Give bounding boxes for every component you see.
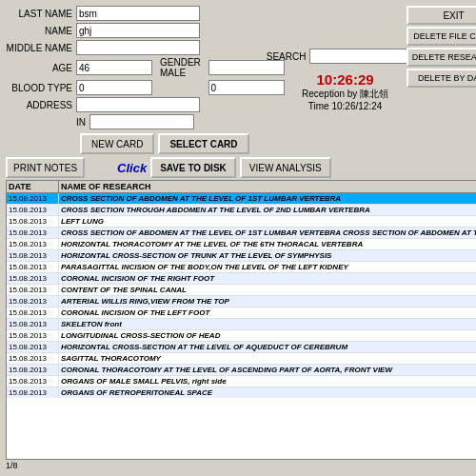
middle-name-row: MIDDLE NAME [6, 40, 285, 55]
table-row[interactable]: 15.08.2013ORGANS OF MALE SMALL PELVIS, r… [7, 376, 476, 387]
data-table: DATE NAME OF RESEARCH 15.08.2013CROSS SE… [6, 180, 476, 460]
table-row[interactable]: 15.08.2013CONTENT OF THE SPINAL CANAL [7, 285, 476, 296]
main-container: LAST NAME NAME MIDDLE NAME AGE GENDER MA… [0, 0, 476, 476]
cell-name: SKELETON front [59, 319, 476, 329]
time-display: 10:26:29 [317, 71, 374, 88]
view-analysis-button[interactable]: VIEW ANALYSIS [240, 157, 331, 178]
last-name-row: LAST NAME [6, 6, 285, 21]
last-name-label: LAST NAME [6, 9, 72, 19]
last-name-input[interactable] [76, 6, 200, 21]
table-row[interactable]: 15.08.2013CROSS SECTION OF ABDOMEN AT TH… [7, 193, 476, 205]
cell-name: ORGANS OF MALE SMALL PELVIS, right side [59, 376, 476, 387]
cell-date: 15.08.2013 [7, 273, 59, 284]
cell-name: CROSS SECTION THROUGH ABDOMEN AT THE LEV… [59, 205, 476, 215]
reception-text: Reception by 陳北領 [302, 88, 388, 101]
new-card-button[interactable]: NEW CARD [80, 133, 154, 154]
table-row[interactable]: 15.08.2013PARASAGITTAL INCISION OF THE B… [7, 262, 476, 273]
table-row[interactable]: 15.08.2013CORONAL INCISION OF THE RIGHT … [7, 273, 476, 285]
middle-name-label: MIDDLE NAME [6, 43, 72, 53]
cell-date: 15.08.2013 [7, 285, 59, 295]
delete-research-button[interactable]: DELETE RESEARCH [407, 48, 476, 67]
cell-name: CORONAL INCISION OF THE RIGHT FOOT [59, 273, 476, 284]
right-buttons: EXIT DELETE FILE CARD DELETE RESEARCH DE… [407, 6, 476, 154]
blood-value2-label [175, 83, 205, 93]
table-row[interactable]: 15.08.2013SAGITTAL THORACOTOMY [7, 353, 476, 365]
cell-date: 15.08.2013 [7, 228, 59, 238]
blood-type-row: BLOOD TYPE [6, 80, 285, 95]
cell-date: 15.08.2013 [7, 296, 59, 307]
search-label: SEARCH [267, 51, 307, 62]
cell-name: LONGITUDINAL CROSS-SECTION OF HEAD [59, 330, 476, 341]
name-label: NAME [6, 26, 72, 36]
cell-name: SAGITTAL THORACOTOMY [59, 353, 476, 364]
table-row[interactable]: 15.08.2013SKELETON front [7, 319, 476, 330]
page-info: 1/8 [6, 461, 476, 470]
select-card-button[interactable]: SELECT CARD [158, 133, 248, 154]
action-bar: PRINT NOTES Click SAVE TO DISK VIEW ANAL… [6, 157, 476, 178]
col-date-header: DATE [7, 181, 59, 192]
table-row[interactable]: 15.08.2013HORIZONTAL CROSS-SECTION OF TR… [7, 250, 476, 262]
print-notes-button[interactable]: PRINT NOTES [6, 157, 85, 178]
address-label: ADDRESS [6, 100, 72, 110]
table-row[interactable]: 15.08.2013CORONAL INCISION OF THE LEFT F… [7, 307, 476, 319]
cell-date: 15.08.2013 [7, 250, 59, 261]
search-row: SEARCH [267, 49, 425, 64]
table-row[interactable]: 15.08.2013CROSS SECTION OF ABDOMEN AT TH… [7, 228, 476, 239]
blood-type-label: BLOOD TYPE [6, 83, 72, 93]
save-to-disk-button[interactable]: SAVE TO DISK [150, 157, 236, 178]
cell-name: CONTENT OF THE SPINAL CANAL [59, 285, 476, 295]
gender-label: GENDER MALE [160, 57, 205, 78]
name-row: NAME [6, 23, 285, 38]
cell-date: 15.08.2013 [7, 330, 59, 341]
cell-name: ARTERIAL WILLIS RING,VIEW FROM THE TOP [59, 296, 476, 307]
cell-date: 15.08.2013 [7, 262, 59, 272]
cell-name: LEFT LUNG [59, 216, 476, 227]
address-input[interactable] [76, 97, 200, 112]
table-row[interactable]: 15.08.2013LEFT LUNG [7, 216, 476, 228]
click-label: Click [117, 161, 147, 175]
address-row: ADDRESS [6, 97, 285, 112]
cell-date: 15.08.2013 [7, 376, 59, 387]
cell-date: 15.08.2013 [7, 216, 59, 227]
table-row[interactable]: 15.08.2013HORIZONTAL CROSS-SECTION AT TH… [7, 342, 476, 353]
in-label: IN [76, 117, 86, 128]
card-buttons-row: NEW CARD SELECT CARD [6, 133, 285, 154]
middle-section: PRINT NOTES Click SAVE TO DISK VIEW ANAL… [6, 157, 470, 470]
cell-name: HORIZONTAL CROSS-SECTION AT THE LEVEL OF… [59, 342, 476, 352]
cell-name: CORONAL THORACOTOMY AT THE LEVEL OF ASCE… [59, 365, 476, 375]
age-label: AGE [6, 63, 72, 73]
cell-name: CROSS SECTION OF ABDOMEN AT THE LEVEL OF… [59, 228, 476, 238]
delete-file-card-button[interactable]: DELETE FILE CARD [407, 27, 476, 46]
left-form: LAST NAME NAME MIDDLE NAME AGE GENDER MA… [6, 6, 285, 154]
cell-date: 15.08.2013 [7, 387, 59, 398]
blood-type-input[interactable] [76, 80, 152, 95]
cell-name: HORIZONTAL CROSS-SECTION OF TRUNK AT THE… [59, 250, 476, 261]
table-row[interactable]: 15.08.2013LONGITUDINAL CROSS-SECTION OF … [7, 330, 476, 342]
cell-date: 15.08.2013 [7, 205, 59, 215]
cell-date: 15.08.2013 [7, 353, 59, 364]
exit-button[interactable]: EXIT [407, 6, 476, 25]
name-input[interactable] [76, 23, 200, 38]
in-input[interactable] [89, 114, 194, 129]
blood-value2-input[interactable] [208, 80, 285, 95]
cell-name: ORGANS OF RETROPERITONEAL SPACE [59, 387, 476, 398]
cell-date: 15.08.2013 [7, 342, 59, 352]
cell-name: CROSS SECTION OF ABDOMEN AT THE LEVEL OF… [59, 193, 476, 204]
table-row[interactable]: 15.08.2013HORIZONTAL THORACOTOMY AT THE … [7, 239, 476, 250]
cell-date: 15.08.2013 [7, 307, 59, 318]
col-name-header: NAME OF RESEARCH [59, 181, 476, 192]
table-row[interactable]: 15.08.2013ARTERIAL WILLIS RING,VIEW FROM… [7, 296, 476, 307]
table-row[interactable]: 15.08.2013ORGANS OF RETROPERITONEAL SPAC… [7, 387, 476, 398]
cell-date: 15.08.2013 [7, 239, 59, 249]
table-body: 15.08.2013CROSS SECTION OF ABDOMEN AT TH… [7, 193, 476, 398]
cell-date: 15.08.2013 [7, 319, 59, 329]
table-area: PRINT NOTES Click SAVE TO DISK VIEW ANAL… [6, 157, 476, 470]
time-detail: Time 10:26/12:24 [308, 101, 382, 111]
in-row: IN [6, 114, 285, 129]
middle-name-input[interactable] [76, 40, 200, 55]
table-row[interactable]: 15.08.2013CROSS SECTION THROUGH ABDOMEN … [7, 205, 476, 216]
cell-date: 15.08.2013 [7, 365, 59, 375]
table-row[interactable]: 15.08.2013CORONAL THORACOTOMY AT THE LEV… [7, 365, 476, 376]
delete-by-date-button[interactable]: DELETE BY DATE [407, 69, 476, 88]
age-input[interactable] [76, 60, 152, 75]
